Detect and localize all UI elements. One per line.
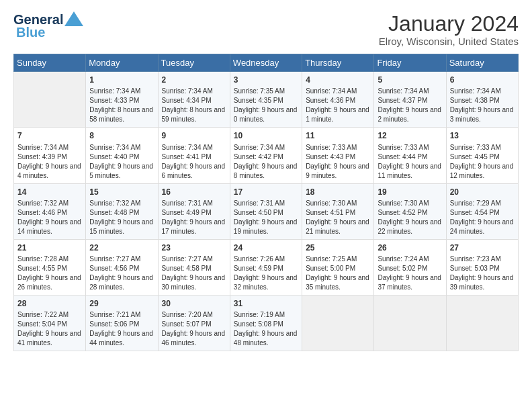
sunset-label: Sunset: 4:36 PM [306, 97, 355, 104]
table-row: 1Sunrise: 7:34 AMSunset: 4:33 PMDaylight… [86, 72, 158, 128]
sunset-label: Sunset: 4:58 PM [162, 265, 212, 272]
table-row: 31Sunrise: 7:19 AMSunset: 5:08 PMDayligh… [230, 295, 302, 351]
day-number: 31 [234, 298, 298, 309]
table-row: 12Sunrise: 7:33 AMSunset: 4:44 PMDayligh… [374, 128, 446, 183]
day-number: 13 [450, 130, 515, 141]
day-number: 25 [306, 242, 370, 253]
table-row: 5Sunrise: 7:34 AMSunset: 4:37 PMDaylight… [374, 72, 446, 128]
table-row: 7Sunrise: 7:34 AMSunset: 4:39 PMDaylight… [14, 128, 86, 183]
table-row: 19Sunrise: 7:30 AMSunset: 4:52 PMDayligh… [374, 183, 446, 239]
day-info: Sunrise: 7:34 AMSunset: 4:36 PMDaylight:… [306, 87, 370, 124]
daylight-label: Daylight: 9 hours and 3 minutes. [450, 106, 514, 123]
day-number: 9 [162, 130, 226, 141]
calendar-week-2: 14Sunrise: 7:32 AMSunset: 4:46 PMDayligh… [14, 183, 519, 239]
calendar-week-0: 1Sunrise: 7:34 AMSunset: 4:33 PMDaylight… [14, 72, 519, 128]
sunset-label: Sunset: 4:48 PM [89, 209, 139, 216]
sunset-label: Sunset: 4:33 PM [89, 97, 139, 104]
table-row: 4Sunrise: 7:34 AMSunset: 4:36 PMDaylight… [302, 72, 374, 128]
sunrise-label: Sunrise: 7:33 AM [450, 144, 501, 151]
day-info: Sunrise: 7:34 AMSunset: 4:37 PMDaylight:… [378, 87, 442, 124]
sunset-label: Sunset: 4:46 PM [17, 209, 67, 216]
day-number: 17 [234, 187, 298, 197]
table-row: 15Sunrise: 7:32 AMSunset: 4:48 PMDayligh… [86, 183, 158, 239]
day-info: Sunrise: 7:32 AMSunset: 4:48 PMDaylight:… [89, 199, 154, 236]
sunset-label: Sunset: 4:34 PM [162, 97, 212, 104]
sunrise-label: Sunrise: 7:25 AM [306, 255, 357, 263]
daylight-label: Daylight: 9 hours and 30 minutes. [162, 274, 226, 291]
sunrise-label: Sunrise: 7:22 AM [17, 311, 69, 318]
day-number: 29 [89, 298, 154, 309]
sunset-label: Sunset: 4:51 PM [306, 209, 355, 216]
day-info: Sunrise: 7:34 AMSunset: 4:41 PMDaylight:… [162, 143, 226, 181]
sunrise-label: Sunrise: 7:35 AM [234, 87, 285, 95]
sunrise-label: Sunrise: 7:33 AM [306, 144, 357, 151]
table-row: 17Sunrise: 7:31 AMSunset: 4:50 PMDayligh… [230, 183, 302, 239]
day-info: Sunrise: 7:35 AMSunset: 4:35 PMDaylight:… [234, 87, 298, 124]
day-info: Sunrise: 7:34 AMSunset: 4:34 PMDaylight:… [162, 87, 226, 124]
sunrise-label: Sunrise: 7:24 AM [378, 255, 429, 263]
daylight-label: Daylight: 9 hours and 2 minutes. [378, 106, 441, 123]
table-row [302, 295, 374, 351]
table-row: 22Sunrise: 7:27 AMSunset: 4:56 PMDayligh… [86, 239, 158, 295]
daylight-label: Daylight: 9 hours and 28 minutes. [89, 274, 153, 291]
day-number: 20 [450, 187, 515, 197]
day-info: Sunrise: 7:31 AMSunset: 4:49 PMDaylight:… [162, 199, 226, 236]
sunset-label: Sunset: 4:43 PM [306, 153, 355, 161]
sunrise-label: Sunrise: 7:30 AM [306, 199, 357, 207]
table-row: 30Sunrise: 7:20 AMSunset: 5:07 PMDayligh… [158, 295, 230, 351]
sunset-label: Sunset: 4:55 PM [17, 265, 67, 272]
daylight-label: Daylight: 9 hours and 4 minutes. [17, 163, 81, 179]
sunrise-label: Sunrise: 7:34 AM [306, 87, 357, 95]
day-info: Sunrise: 7:27 AMSunset: 4:56 PMDaylight:… [89, 255, 154, 292]
sunrise-label: Sunrise: 7:31 AM [234, 199, 285, 207]
day-info: Sunrise: 7:24 AMSunset: 5:02 PMDaylight:… [378, 255, 442, 292]
daylight-label: Daylight: 9 hours and 26 minutes. [17, 274, 81, 291]
day-info: Sunrise: 7:34 AMSunset: 4:39 PMDaylight:… [17, 143, 82, 181]
day-number: 28 [17, 298, 82, 309]
daylight-label: Daylight: 9 hours and 37 minutes. [378, 274, 441, 291]
day-number: 22 [89, 242, 154, 253]
header-tuesday: Tuesday [158, 54, 230, 72]
daylight-label: Daylight: 9 hours and 19 minutes. [234, 218, 298, 235]
daylight-label: Daylight: 9 hours and 39 minutes. [450, 274, 514, 291]
sunset-label: Sunset: 5:07 PM [162, 320, 212, 328]
sunset-label: Sunset: 4:50 PM [234, 209, 283, 216]
day-info: Sunrise: 7:27 AMSunset: 4:58 PMDaylight:… [162, 255, 226, 292]
sunrise-label: Sunrise: 7:34 AM [162, 144, 213, 151]
daylight-label: Daylight: 9 hours and 24 minutes. [450, 218, 514, 235]
table-row: 21Sunrise: 7:28 AMSunset: 4:55 PMDayligh… [14, 239, 86, 295]
table-row: 9Sunrise: 7:34 AMSunset: 4:41 PMDaylight… [158, 128, 230, 183]
sunrise-label: Sunrise: 7:26 AM [234, 255, 285, 263]
table-row: 18Sunrise: 7:30 AMSunset: 4:51 PMDayligh… [302, 183, 374, 239]
table-row: 24Sunrise: 7:26 AMSunset: 4:59 PMDayligh… [230, 239, 302, 295]
sunrise-label: Sunrise: 7:34 AM [234, 144, 285, 151]
day-info: Sunrise: 7:20 AMSunset: 5:07 PMDaylight:… [162, 310, 226, 348]
sunrise-label: Sunrise: 7:31 AM [162, 199, 213, 207]
day-info: Sunrise: 7:19 AMSunset: 5:08 PMDaylight:… [234, 310, 298, 348]
calendar-week-1: 7Sunrise: 7:34 AMSunset: 4:39 PMDaylight… [14, 128, 519, 183]
day-number: 8 [89, 130, 154, 141]
sunset-label: Sunset: 4:52 PM [378, 209, 427, 216]
sunset-label: Sunset: 5:02 PM [378, 265, 427, 272]
table-row: 11Sunrise: 7:33 AMSunset: 4:43 PMDayligh… [302, 128, 374, 183]
sunrise-label: Sunrise: 7:27 AM [162, 255, 213, 263]
sunrise-label: Sunrise: 7:34 AM [89, 144, 140, 151]
table-row: 8Sunrise: 7:34 AMSunset: 4:40 PMDaylight… [86, 128, 158, 183]
daylight-label: Daylight: 9 hours and 9 minutes. [306, 163, 369, 179]
day-number: 19 [378, 187, 442, 197]
sunrise-label: Sunrise: 7:20 AM [162, 311, 213, 318]
day-number: 3 [234, 75, 298, 85]
sunset-label: Sunset: 5:04 PM [17, 320, 67, 328]
table-row [446, 295, 518, 351]
daylight-label: Daylight: 9 hours and 17 minutes. [162, 218, 226, 235]
table-row: 14Sunrise: 7:32 AMSunset: 4:46 PMDayligh… [14, 183, 86, 239]
sunset-label: Sunset: 4:39 PM [17, 153, 67, 161]
header-wednesday: Wednesday [230, 54, 302, 72]
day-number: 12 [378, 130, 442, 141]
day-number: 6 [450, 75, 515, 85]
day-number: 18 [306, 187, 370, 197]
daylight-label: Daylight: 9 hours and 22 minutes. [378, 218, 441, 235]
table-row: 29Sunrise: 7:21 AMSunset: 5:06 PMDayligh… [86, 295, 158, 351]
day-number: 26 [378, 242, 442, 253]
table-row: 10Sunrise: 7:34 AMSunset: 4:42 PMDayligh… [230, 128, 302, 183]
